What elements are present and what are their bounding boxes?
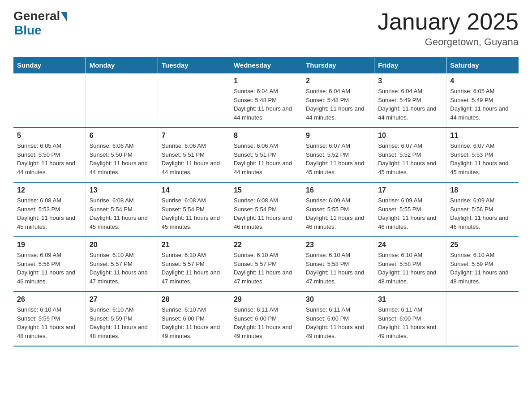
header-sunday: Sunday bbox=[13, 57, 86, 73]
week-row-4: 19Sunrise: 6:09 AMSunset: 5:56 PMDayligh… bbox=[13, 237, 519, 291]
day-number: 5 bbox=[17, 132, 82, 140]
day-number: 6 bbox=[90, 132, 154, 140]
day-info: Sunrise: 6:08 AMSunset: 5:54 PMDaylight:… bbox=[90, 196, 154, 231]
day-number: 14 bbox=[162, 186, 226, 194]
day-info: Sunrise: 6:09 AMSunset: 5:56 PMDaylight:… bbox=[450, 196, 515, 231]
cell-w3-d6: 18Sunrise: 6:09 AMSunset: 5:56 PMDayligh… bbox=[446, 182, 519, 237]
header-row: SundayMondayTuesdayWednesdayThursdayFrid… bbox=[13, 57, 519, 73]
day-info: Sunrise: 6:10 AMSunset: 6:00 PMDaylight:… bbox=[162, 305, 226, 340]
cell-w5-d2: 28Sunrise: 6:10 AMSunset: 6:00 PMDayligh… bbox=[158, 291, 230, 346]
cell-w5-d6 bbox=[446, 291, 519, 346]
day-number: 8 bbox=[234, 132, 298, 140]
day-number: 17 bbox=[378, 186, 442, 194]
cell-w4-d1: 20Sunrise: 6:10 AMSunset: 5:57 PMDayligh… bbox=[86, 237, 158, 291]
cell-w1-d6: 4Sunrise: 6:05 AMSunset: 5:49 PMDaylight… bbox=[446, 73, 519, 128]
cell-w5-d0: 26Sunrise: 6:10 AMSunset: 5:59 PMDayligh… bbox=[13, 291, 86, 346]
day-number: 24 bbox=[378, 241, 442, 249]
cell-w2-d6: 11Sunrise: 6:07 AMSunset: 5:53 PMDayligh… bbox=[446, 128, 519, 182]
day-info: Sunrise: 6:06 AMSunset: 5:50 PMDaylight:… bbox=[90, 141, 154, 176]
header-wednesday: Wednesday bbox=[230, 57, 302, 73]
day-info: Sunrise: 6:05 AMSunset: 5:49 PMDaylight:… bbox=[450, 87, 515, 122]
day-number: 22 bbox=[234, 241, 298, 249]
day-info: Sunrise: 6:04 AMSunset: 5:49 PMDaylight:… bbox=[378, 87, 442, 122]
cell-w4-d5: 24Sunrise: 6:10 AMSunset: 5:58 PMDayligh… bbox=[374, 237, 446, 291]
cell-w3-d2: 14Sunrise: 6:08 AMSunset: 5:54 PMDayligh… bbox=[158, 182, 230, 237]
day-number: 16 bbox=[306, 186, 370, 194]
day-info: Sunrise: 6:09 AMSunset: 5:55 PMDaylight:… bbox=[306, 196, 370, 231]
day-info: Sunrise: 6:10 AMSunset: 5:58 PMDaylight:… bbox=[306, 251, 370, 286]
day-number: 26 bbox=[17, 295, 82, 304]
cell-w2-d2: 7Sunrise: 6:06 AMSunset: 5:51 PMDaylight… bbox=[158, 128, 230, 182]
page-header: General Blue January 2025 Georgetown, Gu… bbox=[13, 9, 519, 48]
cell-w1-d1 bbox=[86, 73, 158, 128]
day-number: 29 bbox=[234, 295, 298, 304]
day-number: 7 bbox=[162, 132, 226, 140]
cell-w2-d3: 8Sunrise: 6:06 AMSunset: 5:51 PMDaylight… bbox=[230, 128, 302, 182]
header-thursday: Thursday bbox=[302, 57, 374, 73]
day-info: Sunrise: 6:07 AMSunset: 5:52 PMDaylight:… bbox=[378, 141, 442, 176]
day-info: Sunrise: 6:11 AMSunset: 6:00 PMDaylight:… bbox=[378, 305, 442, 340]
day-number: 4 bbox=[450, 77, 515, 85]
day-number: 20 bbox=[90, 241, 154, 249]
day-info: Sunrise: 6:09 AMSunset: 5:55 PMDaylight:… bbox=[378, 196, 442, 231]
day-info: Sunrise: 6:11 AMSunset: 6:00 PMDaylight:… bbox=[234, 305, 298, 340]
day-info: Sunrise: 6:08 AMSunset: 5:54 PMDaylight:… bbox=[162, 196, 226, 231]
day-info: Sunrise: 6:10 AMSunset: 5:59 PMDaylight:… bbox=[90, 305, 154, 340]
cell-w5-d5: 31Sunrise: 6:11 AMSunset: 6:00 PMDayligh… bbox=[374, 291, 446, 346]
title-section: January 2025 Georgetown, Guyana bbox=[378, 9, 519, 48]
week-row-3: 12Sunrise: 6:08 AMSunset: 5:53 PMDayligh… bbox=[13, 182, 519, 237]
calendar-table: SundayMondayTuesdayWednesdayThursdayFrid… bbox=[13, 57, 519, 347]
day-info: Sunrise: 6:10 AMSunset: 5:58 PMDaylight:… bbox=[378, 251, 442, 286]
day-info: Sunrise: 6:07 AMSunset: 5:53 PMDaylight:… bbox=[450, 141, 515, 176]
day-info: Sunrise: 6:04 AMSunset: 5:48 PMDaylight:… bbox=[306, 87, 370, 122]
cell-w3-d3: 15Sunrise: 6:08 AMSunset: 5:54 PMDayligh… bbox=[230, 182, 302, 237]
calendar-body: 1Sunrise: 6:04 AMSunset: 5:48 PMDaylight… bbox=[13, 73, 519, 346]
logo-blue-text: Blue bbox=[14, 23, 42, 38]
day-number: 28 bbox=[162, 295, 226, 304]
header-tuesday: Tuesday bbox=[158, 57, 230, 73]
day-number: 10 bbox=[378, 132, 442, 140]
cell-w1-d4: 2Sunrise: 6:04 AMSunset: 5:48 PMDaylight… bbox=[302, 73, 374, 128]
day-info: Sunrise: 6:07 AMSunset: 5:52 PMDaylight:… bbox=[306, 141, 370, 176]
week-row-1: 1Sunrise: 6:04 AMSunset: 5:48 PMDaylight… bbox=[13, 73, 519, 128]
logo-general-text: General bbox=[13, 9, 60, 23]
day-number: 9 bbox=[306, 132, 370, 140]
header-monday: Monday bbox=[86, 57, 158, 73]
day-number: 21 bbox=[162, 241, 226, 249]
cell-w2-d4: 9Sunrise: 6:07 AMSunset: 5:52 PMDaylight… bbox=[302, 128, 374, 182]
day-number: 19 bbox=[17, 241, 82, 249]
cell-w4-d0: 19Sunrise: 6:09 AMSunset: 5:56 PMDayligh… bbox=[13, 237, 86, 291]
day-number: 2 bbox=[306, 77, 370, 85]
day-number: 18 bbox=[450, 186, 515, 194]
cell-w4-d2: 21Sunrise: 6:10 AMSunset: 5:57 PMDayligh… bbox=[158, 237, 230, 291]
day-number: 31 bbox=[378, 295, 442, 304]
logo: General Blue bbox=[13, 9, 67, 38]
cell-w3-d0: 12Sunrise: 6:08 AMSunset: 5:53 PMDayligh… bbox=[13, 182, 86, 237]
cell-w2-d1: 6Sunrise: 6:06 AMSunset: 5:50 PMDaylight… bbox=[86, 128, 158, 182]
subtitle: Georgetown, Guyana bbox=[378, 36, 519, 48]
cell-w3-d5: 17Sunrise: 6:09 AMSunset: 5:55 PMDayligh… bbox=[374, 182, 446, 237]
cell-w4-d4: 23Sunrise: 6:10 AMSunset: 5:58 PMDayligh… bbox=[302, 237, 374, 291]
day-info: Sunrise: 6:08 AMSunset: 5:53 PMDaylight:… bbox=[17, 196, 82, 231]
cell-w1-d0 bbox=[13, 73, 86, 128]
cell-w4-d3: 22Sunrise: 6:10 AMSunset: 5:57 PMDayligh… bbox=[230, 237, 302, 291]
week-row-2: 5Sunrise: 6:05 AMSunset: 5:50 PMDaylight… bbox=[13, 128, 519, 182]
day-number: 13 bbox=[90, 186, 154, 194]
cell-w5-d3: 29Sunrise: 6:11 AMSunset: 6:00 PMDayligh… bbox=[230, 291, 302, 346]
day-info: Sunrise: 6:05 AMSunset: 5:50 PMDaylight:… bbox=[17, 141, 82, 176]
cell-w2-d5: 10Sunrise: 6:07 AMSunset: 5:52 PMDayligh… bbox=[374, 128, 446, 182]
cell-w3-d1: 13Sunrise: 6:08 AMSunset: 5:54 PMDayligh… bbox=[86, 182, 158, 237]
day-number: 30 bbox=[306, 295, 370, 304]
day-info: Sunrise: 6:11 AMSunset: 6:00 PMDaylight:… bbox=[306, 305, 370, 340]
day-number: 11 bbox=[450, 132, 515, 140]
cell-w5-d1: 27Sunrise: 6:10 AMSunset: 5:59 PMDayligh… bbox=[86, 291, 158, 346]
day-number: 12 bbox=[17, 186, 82, 194]
logo-triangle-icon bbox=[61, 12, 67, 22]
day-info: Sunrise: 6:10 AMSunset: 5:57 PMDaylight:… bbox=[162, 251, 226, 286]
day-info: Sunrise: 6:04 AMSunset: 5:48 PMDaylight:… bbox=[234, 87, 298, 122]
cell-w1-d3: 1Sunrise: 6:04 AMSunset: 5:48 PMDaylight… bbox=[230, 73, 302, 128]
day-number: 1 bbox=[234, 77, 298, 85]
cell-w1-d2 bbox=[158, 73, 230, 128]
day-info: Sunrise: 6:09 AMSunset: 5:56 PMDaylight:… bbox=[17, 251, 82, 286]
cell-w3-d4: 16Sunrise: 6:09 AMSunset: 5:55 PMDayligh… bbox=[302, 182, 374, 237]
